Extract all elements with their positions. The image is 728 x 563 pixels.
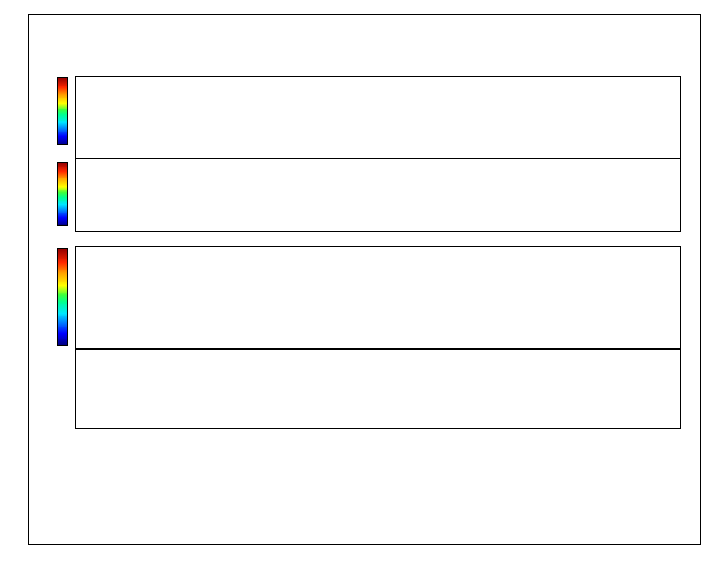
tnr-colorbar [57,248,68,346]
plot-page [0,0,728,563]
rad2-colorbar [57,77,68,145]
rad2-spectrogram [75,76,681,159]
rad1-spectrogram [75,158,681,232]
rad1-colorbar [57,162,68,226]
strip-charts [75,349,681,429]
tnr-spectrogram [75,246,681,349]
